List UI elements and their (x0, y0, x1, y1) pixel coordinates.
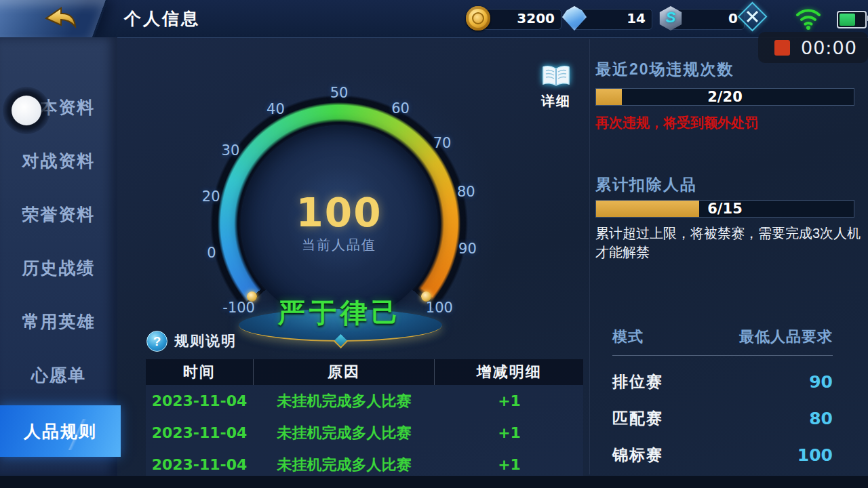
gauge-tick: 80 (457, 184, 475, 200)
sidebar-item-history[interactable]: 历史战绩 (0, 241, 117, 295)
deductions-progress-label: 6/15 (596, 201, 854, 217)
requirement-row: 排位赛 90 (612, 371, 833, 392)
gauge-tick: 60 (391, 100, 410, 117)
gauge-tick: 0 (207, 245, 216, 261)
gauge-tick: 90 (458, 241, 477, 257)
screen: 个人信息 3200 14 S 0 00:00 基本资料 对战资料 荣誉资料 (0, 0, 868, 488)
violations-progress-bar: 2/20 (595, 88, 854, 106)
req-value: 80 (809, 409, 833, 428)
page-title: 个人信息 (124, 0, 200, 37)
token-value: 0 (728, 9, 738, 28)
sidebar-item-honor-info[interactable]: 荣誉资料 (0, 188, 117, 241)
row-reason: 未挂机完成多人比赛 (253, 385, 435, 417)
req-mode: 匹配赛 (612, 408, 663, 429)
deductions-progress-bar: 6/15 (595, 200, 854, 218)
requirements-separator (612, 355, 833, 356)
table-row: 2023-11-04 未挂机完成多人比赛 +1 (146, 385, 583, 417)
screen-recorder[interactable]: 00:00 (758, 32, 868, 63)
deductions-note: 累计超过上限，将被禁赛，需要完成3次人机才能解禁 (595, 224, 861, 262)
gauge-tick: 30 (222, 142, 240, 159)
gauge-tick: 50 (330, 85, 349, 101)
requirements-table: 模式 最低人品要求 排位赛 90 匹配赛 80 锦标赛 100 (612, 327, 833, 466)
diamond-currency[interactable]: 14 (571, 9, 652, 30)
back-button[interactable] (39, 5, 79, 33)
record-stop-icon[interactable] (774, 40, 790, 56)
rules-header: ? 规则说明 (146, 331, 237, 351)
battery-icon (837, 11, 867, 28)
row-reason: 未挂机完成多人比赛 (253, 449, 435, 476)
req-header-min: 最低人品要求 (739, 327, 833, 347)
question-icon[interactable]: ? (146, 331, 167, 352)
detail-button-label: 详细 (534, 92, 578, 110)
bottom-strip (0, 476, 868, 488)
credit-value: 100 (296, 190, 382, 236)
table-row: 2023-11-04 未挂机完成多人比赛 +1 (146, 449, 583, 476)
deductions-title: 累计扣除人品 (595, 174, 697, 195)
panel-divider (589, 39, 590, 474)
rules-table-header: 时间 原因 增减明细 (146, 359, 583, 385)
diamond-value: 14 (627, 9, 646, 28)
assistive-floating-button[interactable] (12, 96, 41, 125)
req-value: 100 (797, 445, 833, 465)
req-mode: 排位赛 (612, 371, 663, 392)
rules-title: 规则说明 (174, 331, 237, 350)
column-header-detail: 增减明细 (435, 359, 583, 385)
book-icon (541, 65, 571, 88)
violations-progress-label: 2/20 (596, 89, 854, 105)
req-mode: 锦标赛 (612, 445, 663, 466)
gauge-tick: 70 (433, 135, 452, 151)
diamond-icon (562, 6, 587, 30)
table-row: 2023-11-04 未挂机完成多人比赛 +1 (146, 417, 583, 449)
s-token-icon: S (658, 6, 683, 30)
row-delta: +1 (435, 449, 583, 476)
gold-value: 3200 (517, 9, 555, 28)
detail-button[interactable]: 详细 (534, 65, 578, 110)
rules-table-body: 2023-11-04 未挂机完成多人比赛 +1 2023-11-04 未挂机完成… (146, 385, 583, 476)
row-delta: +1 (435, 417, 583, 449)
row-date: 2023-11-04 (146, 417, 253, 449)
top-bar: 个人信息 3200 14 S 0 (0, 0, 868, 38)
sidebar-item-heroes[interactable]: 常用英雄 (0, 295, 117, 348)
record-timer: 00:00 (801, 37, 857, 58)
req-value: 90 (809, 372, 833, 392)
gold-currency[interactable]: 3200 (475, 9, 561, 30)
row-date: 2023-11-04 (146, 449, 253, 476)
sidebar-item-credit-rules[interactable]: 人品规则 (0, 405, 121, 457)
row-date: 2023-11-04 (146, 385, 253, 417)
motto-text: 严于律己 (239, 294, 442, 331)
violations-title: 最近20场违规次数 (595, 59, 734, 80)
gauge-tick: 20 (202, 188, 220, 205)
column-header-reason: 原因 (253, 359, 435, 385)
gauge-tick: 40 (267, 101, 285, 117)
req-header-mode: 模式 (612, 327, 644, 347)
token-currency[interactable]: S 0 (667, 9, 745, 30)
row-reason: 未挂机完成多人比赛 (253, 417, 435, 449)
credit-value-label: 当前人品值 (302, 236, 376, 254)
violation-warning: 再次违规，将受到额外处罚 (595, 114, 758, 132)
column-header-time: 时间 (146, 359, 253, 385)
sidebar-item-wishlist[interactable]: 心愿单 (0, 348, 117, 402)
wifi-icon (795, 7, 822, 30)
requirements-header: 模式 最低人品要求 (612, 327, 833, 347)
back-arrow-icon (39, 5, 79, 33)
requirement-row: 匹配赛 80 (612, 408, 833, 429)
sidebar-item-battle-info[interactable]: 对战资料 (0, 134, 117, 188)
requirement-row: 锦标赛 100 (612, 445, 833, 466)
row-delta: +1 (435, 385, 583, 417)
gold-coin-icon (466, 6, 490, 30)
